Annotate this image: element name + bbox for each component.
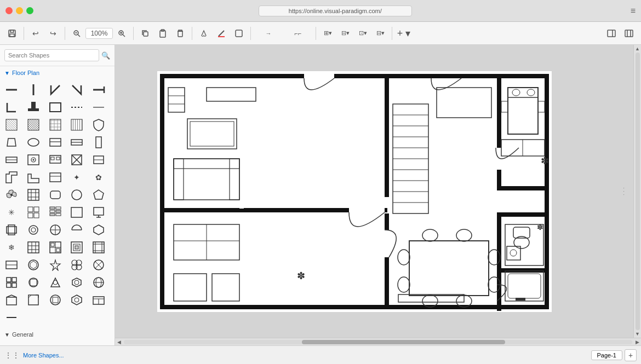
shape-s4[interactable] [68,239,85,256]
shape-trapezoid[interactable] [3,134,20,151]
shape-sofa2[interactable] [90,152,107,168]
scroll-right-arrow[interactable]: ▶ [633,338,641,346]
scroll-down-arrow[interactable]: ▼ [635,331,640,337]
bottom-menu-button[interactable]: ⋮⋮ [4,351,20,360]
search-icon[interactable]: 🔍 [101,51,110,60]
arrange-button[interactable]: ⊞▾ [320,26,335,41]
shape-u1[interactable] [3,274,20,291]
group-button[interactable]: ⊡▾ [355,26,370,41]
horizontal-scrollbar[interactable]: ◀ ▶ [115,338,641,345]
zoom-value[interactable]: 100% [85,28,113,39]
shape-rect2[interactable] [68,204,85,221]
shape-s2[interactable] [25,239,42,256]
shape-r4[interactable] [68,222,85,238]
shape-desk[interactable] [47,169,64,186]
scroll-left-arrow[interactable]: ◀ [115,338,123,346]
shape-corner-bl[interactable] [3,99,20,115]
waypoint-button[interactable]: ⌐⌐ [284,26,312,41]
shape-corner-tr[interactable] [68,82,85,98]
shape-t5[interactable] [90,257,107,273]
shape-s5[interactable] [90,239,107,256]
shape-t-junction[interactable] [25,99,42,115]
line-color-button[interactable] [214,26,229,41]
shape-v3[interactable] [47,292,64,308]
delete-button[interactable] [173,26,188,41]
category-general[interactable]: ▼ General [0,328,115,341]
shape-star8[interactable]: ✳ [3,204,20,221]
page-1-tab[interactable]: Page-1 [591,350,622,360]
scroll-thumb[interactable] [302,340,505,344]
shape-star[interactable]: ✦ [68,169,85,186]
shape-flower[interactable]: ✿ [90,169,107,186]
close-button[interactable] [5,7,13,14]
shape-u4[interactable] [68,274,85,291]
menu-icon[interactable]: ≡ [631,6,636,16]
shape-t3[interactable] [47,257,64,273]
shape-hatch3[interactable] [47,117,64,133]
shape-grid4[interactable] [47,204,64,221]
fullscreen-button[interactable] [621,26,637,41]
maximize-button[interactable] [26,7,33,14]
shape-v1[interactable] [3,292,20,308]
shape-u3[interactable] [47,274,64,291]
shape-cross[interactable] [68,152,85,168]
zoom-in-button[interactable] [114,26,129,41]
shape-u2[interactable] [25,274,42,291]
resize-handle[interactable]: ··· [623,187,625,197]
save-button[interactable] [4,26,20,41]
shape-w1[interactable] [3,309,20,326]
shape-wall-end[interactable] [90,82,107,98]
vertical-scrollbar[interactable]: ▲ ▼ [633,45,641,338]
shape-bed[interactable] [47,134,64,151]
shape-corner-tl[interactable] [47,82,64,98]
shape-r1[interactable] [3,222,20,238]
paste-button[interactable] [155,26,170,41]
shape-s3[interactable] [47,239,64,256]
scroll-up-arrow[interactable]: ▲ [635,46,640,51]
shape-rect[interactable] [47,99,64,115]
shape-shield[interactable] [90,117,107,133]
shape-tv[interactable] [47,152,64,168]
shape-wall-h[interactable] [3,82,20,98]
shape-monitor[interactable] [90,204,107,221]
zoom-out-button[interactable] [69,26,84,41]
shape-5[interactable] [90,99,107,115]
copy-button[interactable] [138,26,153,41]
shape-grid2[interactable] [25,187,42,203]
shape-t2[interactable] [25,257,42,273]
shape-u5[interactable] [90,274,107,291]
shape-r2[interactable] [25,222,42,238]
shape-hatch2[interactable] [25,117,42,133]
minimize-button[interactable] [16,7,23,14]
shape-v4[interactable] [68,292,85,308]
connector-button[interactable]: → [255,26,282,41]
shape-r5[interactable] [90,222,107,238]
add-page-button[interactable]: + [625,349,637,361]
shape-hatch1[interactable] [3,117,20,133]
canvas-content[interactable]: ✽ [115,45,641,338]
shape-dashed-h[interactable] [68,99,85,115]
shape-style-button[interactable] [231,26,247,41]
undo-button[interactable]: ↩ [28,26,43,41]
shape-t1[interactable] [3,257,20,273]
shape-window[interactable] [68,134,85,151]
shape-r3[interactable] [47,222,64,238]
shape-circle2[interactable] [68,187,85,203]
shape-snowflake[interactable]: ❄ [3,239,20,256]
search-input[interactable] [4,49,99,61]
shape-pentagon[interactable] [90,187,107,203]
align-button[interactable]: ⊟▾ [373,26,388,41]
shape-rounded-rect[interactable] [47,187,64,203]
canvas-area[interactable]: ✽ [115,45,633,338]
shape-sink[interactable] [25,152,42,168]
shape-grid3[interactable] [25,204,42,221]
shape-l-shape[interactable] [25,169,42,186]
more-shapes-link[interactable]: More Shapes... [23,352,64,359]
shape-v2[interactable] [25,292,42,308]
redo-button[interactable]: ↪ [45,26,61,41]
category-floor-plan[interactable]: ▼ Floor Plan [0,66,115,79]
shape-t4[interactable] [68,257,85,273]
shape-hatch4[interactable] [68,117,85,133]
shapes-scroll[interactable]: ▼ Floor Plan [0,66,115,345]
shape-counter[interactable] [3,152,20,168]
